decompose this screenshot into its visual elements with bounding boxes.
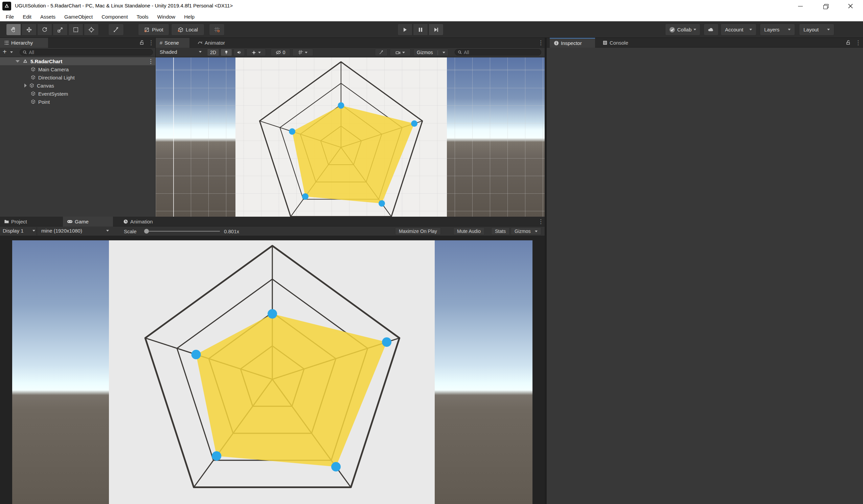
collab-button[interactable]: Collab	[665, 24, 700, 36]
create-object-button[interactable]: +	[3, 48, 7, 56]
mute-audio-button[interactable]: Mute Audio	[453, 228, 485, 235]
grid-snap-button[interactable]	[209, 24, 225, 36]
rotate-tool-button[interactable]	[37, 24, 52, 36]
hierarchy-menu-kebab[interactable]: ⋮	[148, 40, 154, 46]
item-label: Canvas	[37, 83, 54, 89]
resolution-dropdown[interactable]: mine (1920x1080)	[41, 228, 109, 234]
hierarchy-search-input[interactable]	[29, 50, 150, 55]
step-button[interactable]	[429, 24, 443, 36]
radar-point-handle[interactable]	[378, 200, 385, 207]
scene-menu-kebab[interactable]: ⋮	[538, 40, 543, 46]
restore-button[interactable]	[813, 0, 838, 12]
tree-row-main-camera[interactable]: Main Camera	[0, 65, 155, 73]
rect-tool-button[interactable]	[68, 24, 83, 36]
game-viewport[interactable]	[0, 236, 545, 504]
radar-point-handle[interactable]	[302, 193, 309, 200]
tree-row-eventsystem[interactable]: EventSystem	[0, 90, 155, 98]
pause-button[interactable]	[413, 24, 428, 36]
tab-animator[interactable]: Animator	[193, 38, 237, 48]
layout-label: Layout	[803, 27, 819, 33]
radar-point-handle[interactable]	[267, 309, 277, 319]
close-button[interactable]	[838, 0, 863, 12]
collab-label: Collab	[677, 27, 692, 33]
2d-toggle-button[interactable]: 2D	[207, 49, 219, 56]
layers-dropdown[interactable]: Layers	[760, 24, 795, 36]
audio-toggle-button[interactable]	[234, 49, 245, 56]
gizmos-caret-icon	[442, 52, 445, 53]
hand-tool-button[interactable]	[6, 24, 21, 36]
radar-point-handle[interactable]	[331, 462, 341, 471]
tab-project[interactable]: Project	[0, 217, 51, 227]
cloud-button[interactable]	[704, 24, 718, 36]
inspector-menu-kebab[interactable]: ⋮	[855, 40, 861, 46]
scene-grid-dropdown[interactable]	[292, 49, 313, 56]
tab-game[interactable]: Game	[63, 217, 113, 227]
radar-point-handle[interactable]	[338, 102, 345, 109]
scene-search-input[interactable]	[464, 50, 538, 55]
stats-button[interactable]: Stats	[491, 228, 510, 235]
move-tool-button[interactable]	[22, 24, 37, 36]
scale-slider-track[interactable]	[146, 231, 220, 232]
maximize-on-play-button[interactable]: Maximize On Play	[395, 228, 441, 235]
custom-tools-button[interactable]	[108, 24, 124, 36]
hierarchy-lock-icon[interactable]	[139, 40, 145, 46]
tab-scene[interactable]: # Scene	[155, 38, 189, 48]
account-dropdown[interactable]: Account	[721, 24, 756, 36]
radar-point-handle[interactable]	[411, 120, 417, 127]
console-icon	[602, 40, 608, 45]
hierarchy-search[interactable]	[20, 49, 153, 55]
menu-tools[interactable]: Tools	[132, 12, 153, 21]
radar-point-handle[interactable]	[212, 451, 221, 461]
layout-dropdown[interactable]: Layout	[799, 24, 834, 36]
tree-row-canvas[interactable]: Canvas	[0, 81, 155, 90]
minimize-button[interactable]	[788, 0, 813, 12]
menu-assets[interactable]: Assets	[36, 12, 60, 21]
menu-window[interactable]: Window	[153, 12, 180, 21]
window-titlebar: UGUISolution - 5.RadarChart - PC, Mac & …	[0, 0, 863, 12]
scale-slider-knob[interactable]	[144, 229, 149, 234]
transform-tool-button[interactable]	[84, 24, 99, 36]
camera-icon	[396, 50, 401, 55]
2d-label: 2D	[210, 50, 216, 55]
expand-icon[interactable]	[24, 83, 27, 88]
account-label: Account	[725, 27, 743, 33]
tab-inspector[interactable]: Inspector	[550, 38, 595, 48]
radar-point-handle[interactable]	[289, 128, 295, 135]
collapse-icon[interactable]	[15, 60, 20, 63]
tab-console[interactable]: Console	[599, 38, 640, 48]
menu-edit[interactable]: Edit	[18, 12, 36, 21]
folder-icon	[4, 219, 9, 224]
menu-gameobject[interactable]: GameObject	[60, 12, 97, 21]
grid-icon	[298, 50, 303, 55]
tab-hierarchy[interactable]: Hierarchy	[0, 38, 48, 48]
hierarchy-toolbar: +	[0, 48, 155, 57]
shading-mode-dropdown[interactable]: Shaded	[160, 49, 202, 55]
hidden-objects-button[interactable]: 0	[271, 49, 290, 56]
display-label: Display 1	[3, 228, 24, 234]
tab-animation[interactable]: Animation	[119, 217, 176, 227]
tree-row-directional-light[interactable]: Directional Light	[0, 73, 155, 81]
tree-row-scene[interactable]: 5.RadarChart ⋮	[0, 57, 155, 65]
effects-dropdown-button[interactable]	[246, 49, 266, 56]
radar-point-handle[interactable]	[191, 350, 201, 359]
lighting-toggle-button[interactable]	[221, 49, 232, 56]
inspector-lock-icon[interactable]	[846, 40, 851, 46]
display-dropdown[interactable]: Display 1	[3, 228, 35, 234]
scene-menu-kebab[interactable]: ⋮	[148, 59, 153, 64]
scene-search[interactable]	[455, 49, 541, 55]
menu-file[interactable]: File	[1, 12, 18, 21]
game-gizmos-dropdown[interactable]: Gizmos	[511, 228, 541, 235]
scene-viewport[interactable]	[155, 57, 545, 217]
game-menu-kebab[interactable]: ⋮	[538, 219, 543, 225]
menu-component[interactable]: Component	[97, 12, 132, 21]
pivot-toggle-button[interactable]: Pivot	[138, 24, 169, 36]
menu-help[interactable]: Help	[180, 12, 199, 21]
scene-gizmos-dropdown[interactable]: Gizmos |	[413, 49, 449, 56]
tree-row-point[interactable]: Point	[0, 98, 155, 106]
scene-camera-dropdown[interactable]	[390, 49, 411, 56]
radar-point-handle[interactable]	[382, 337, 391, 347]
scene-tools-button[interactable]	[375, 49, 388, 56]
scale-tool-button[interactable]	[53, 24, 68, 36]
local-toggle-button[interactable]: Local	[171, 24, 204, 36]
play-button[interactable]	[398, 24, 412, 36]
